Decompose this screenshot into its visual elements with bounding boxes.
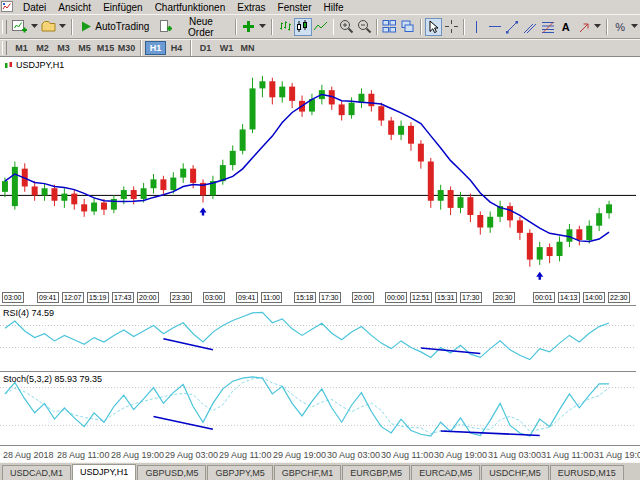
timeframe-m30[interactable]: M30 bbox=[116, 41, 137, 55]
signal-time-box: 22:30 bbox=[608, 292, 630, 303]
toolbar-separator bbox=[271, 19, 273, 35]
new-order-button[interactable]: Neue Order bbox=[154, 18, 231, 36]
vertical-line-icon bbox=[470, 20, 483, 34]
play-icon bbox=[81, 21, 92, 32]
crosshair-tool-button[interactable] bbox=[442, 18, 460, 36]
menu-item-chartfunktionen[interactable]: Chartfunktionen bbox=[149, 1, 232, 14]
fibonacci-tool-button[interactable] bbox=[539, 18, 557, 36]
signal-time-box: 03:00 bbox=[203, 292, 225, 303]
profiles-dropdown[interactable] bbox=[57, 18, 68, 36]
chart-tab-eurusd-m15[interactable]: EURUSD,M15 bbox=[550, 465, 624, 480]
toolbar-separator bbox=[463, 19, 465, 35]
stochastic-label: Stoch(5,3,2) 85.93 79.35 bbox=[3, 374, 102, 384]
menu-item-hilfe[interactable]: Hilfe bbox=[318, 1, 350, 14]
arrows-tool-button[interactable] bbox=[575, 18, 593, 36]
trendline-tool-button[interactable] bbox=[504, 18, 522, 36]
chart-tab-usdcad-m1[interactable]: USDCAD,M1 bbox=[2, 465, 71, 480]
menu-item-datei[interactable]: Datei bbox=[17, 1, 52, 14]
shapes-dropdown[interactable] bbox=[592, 18, 603, 36]
candle-body bbox=[428, 162, 434, 201]
timeframe-h4[interactable]: H4 bbox=[166, 41, 187, 55]
text-tool-button[interactable]: A bbox=[557, 18, 575, 36]
new-chart-icon bbox=[12, 19, 27, 34]
candle-body bbox=[537, 247, 543, 259]
cursor-tool-button[interactable] bbox=[425, 18, 443, 36]
candle-body bbox=[289, 87, 295, 101]
signal-time-box: 09:41 bbox=[37, 292, 59, 303]
candle-body bbox=[81, 204, 87, 211]
candlestick-chart-type-button[interactable] bbox=[294, 18, 312, 36]
new-chart-dropdown[interactable] bbox=[29, 18, 40, 36]
cascade-windows-button[interactable] bbox=[399, 18, 417, 36]
chart-tab-bar: USDCAD,M1USDJPY,H1GBPUSD,M5GBPJPY,M5GBPC… bbox=[0, 462, 640, 480]
time-axis-label: 29 Aug 03:00 bbox=[165, 450, 218, 460]
menu-bar: DateiAnsichtEinfügenChartfunktionenExtra… bbox=[0, 0, 640, 14]
indicators-button[interactable] bbox=[240, 18, 258, 36]
bar-chart-type-button[interactable] bbox=[276, 18, 294, 36]
chart-tab-gbpusd-m5[interactable]: GBPUSD,M5 bbox=[137, 465, 206, 480]
new-order-icon bbox=[159, 20, 172, 33]
chart-tab-gbpjpy-m5[interactable]: GBPJPY,M5 bbox=[207, 465, 272, 480]
timeframe-m3[interactable]: M3 bbox=[53, 41, 74, 55]
signal-line bbox=[5, 378, 609, 434]
candle-body bbox=[51, 188, 57, 200]
signal-time-box: 03:00 bbox=[2, 292, 24, 303]
signal-time-box: 15:19 bbox=[87, 292, 109, 303]
zoom-in-button[interactable] bbox=[337, 18, 355, 36]
rsi-chart[interactable] bbox=[0, 306, 636, 368]
toolbar-grip[interactable] bbox=[2, 41, 7, 55]
time-axis-label: 29 Aug 11:00 bbox=[219, 450, 271, 460]
candle-body bbox=[368, 94, 374, 106]
menu-item-fenster[interactable]: Fenster bbox=[272, 1, 318, 14]
timeframe-m5[interactable]: M5 bbox=[74, 41, 95, 55]
timeframe-h1[interactable]: H1 bbox=[145, 41, 166, 55]
chart-tab-usdjpy-h1[interactable]: USDJPY,H1 bbox=[72, 464, 136, 480]
chart-symbol: USDJPY,H1 bbox=[4, 60, 64, 70]
candle-body bbox=[557, 242, 563, 256]
signal-time-box: 14:00 bbox=[583, 292, 605, 303]
indicator-trendline bbox=[441, 431, 540, 435]
signal-time-box: 17:43 bbox=[112, 292, 134, 303]
zoom-out-button[interactable] bbox=[355, 18, 373, 36]
menu-item-extras[interactable]: Extras bbox=[231, 1, 271, 14]
candlestick-chart[interactable] bbox=[0, 57, 636, 291]
tile-windows-button[interactable] bbox=[381, 18, 399, 36]
chart-tab-gbpchf-m1[interactable]: GBPCHF,M1 bbox=[274, 465, 342, 480]
candle-body bbox=[448, 190, 454, 208]
chevron-down-icon bbox=[259, 24, 266, 29]
candle-body bbox=[279, 87, 285, 98]
timeframe-d1[interactable]: D1 bbox=[195, 41, 216, 55]
candle-body bbox=[259, 81, 265, 88]
horizontal-line-tool-button[interactable] bbox=[486, 18, 504, 36]
vertical-line-tool-button[interactable] bbox=[468, 18, 486, 36]
percent-icon: % bbox=[615, 21, 625, 33]
chevron-down-icon bbox=[59, 24, 66, 29]
timeframe-mn[interactable]: MN bbox=[237, 41, 258, 55]
new-chart-button[interactable] bbox=[11, 18, 29, 36]
candle-body bbox=[141, 188, 147, 199]
profiles-button[interactable] bbox=[40, 18, 58, 36]
text-tool-icon: A bbox=[562, 21, 570, 33]
toolbar-grip[interactable] bbox=[2, 20, 7, 34]
chart-tab-usdchf-m5[interactable]: USDCHF,M5 bbox=[481, 465, 549, 480]
candle-body bbox=[418, 144, 424, 162]
chart-tab-eurcad-m5[interactable]: EURCAD,M5 bbox=[411, 465, 480, 480]
time-axis-label: 30 Aug 19:00 bbox=[434, 450, 487, 460]
timeframe-m15[interactable]: M15 bbox=[95, 41, 116, 55]
autotrading-button[interactable]: AutoTrading bbox=[76, 18, 154, 36]
timeframe-m1[interactable]: M1 bbox=[11, 41, 32, 55]
candle-body bbox=[408, 126, 414, 144]
menu-item-einfügen[interactable]: Einfügen bbox=[97, 1, 148, 14]
percent-dropdown[interactable] bbox=[629, 18, 640, 36]
toolbar-separator bbox=[140, 40, 142, 56]
toolbar-separator bbox=[190, 40, 192, 56]
channel-tool-button[interactable] bbox=[521, 18, 539, 36]
timeframe-w1[interactable]: W1 bbox=[216, 41, 237, 55]
percent-scale-button[interactable]: % bbox=[611, 18, 629, 36]
chart-tab-eurgbp-m5[interactable]: EURGBP,M5 bbox=[342, 465, 410, 480]
buy-arrow bbox=[536, 272, 543, 280]
timeframe-m2[interactable]: M2 bbox=[32, 41, 53, 55]
line-chart-type-button[interactable] bbox=[312, 18, 330, 36]
indicators-dropdown[interactable] bbox=[257, 18, 268, 36]
menu-item-ansicht[interactable]: Ansicht bbox=[52, 1, 97, 14]
